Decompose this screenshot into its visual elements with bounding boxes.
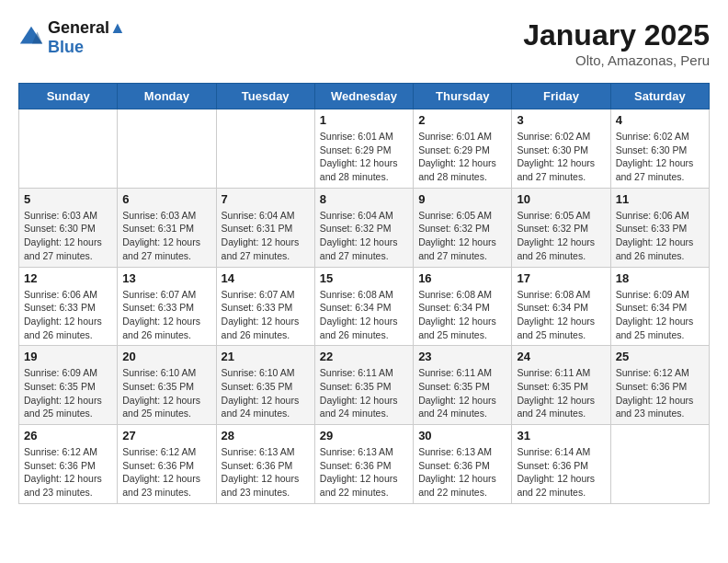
day-number: 28 bbox=[222, 429, 310, 442]
day-info: Sunrise: 6:05 AM Sunset: 6:32 PM Dayligh… bbox=[517, 209, 605, 263]
week-row-5: 26Sunrise: 6:12 AM Sunset: 6:36 PM Dayli… bbox=[19, 425, 710, 504]
weekday-header-row: Sunday Monday Tuesday Wednesday Thursday… bbox=[19, 84, 710, 109]
day-number: 30 bbox=[418, 429, 506, 442]
title-block: January 2025 Olto, Amazonas, Peru bbox=[523, 18, 710, 68]
day-number: 21 bbox=[222, 350, 310, 363]
logo-text: General▲ Blue bbox=[48, 18, 126, 57]
calendar-cell: 19Sunrise: 6:09 AM Sunset: 6:35 PM Dayli… bbox=[19, 346, 118, 425]
calendar-cell: 5Sunrise: 6:03 AM Sunset: 6:30 PM Daylig… bbox=[19, 188, 118, 267]
day-number: 11 bbox=[616, 192, 704, 206]
day-number: 8 bbox=[320, 192, 408, 206]
day-info: Sunrise: 6:13 AM Sunset: 6:36 PM Dayligh… bbox=[320, 445, 408, 500]
col-thursday: Thursday bbox=[414, 84, 512, 109]
calendar-cell: 27Sunrise: 6:12 AM Sunset: 6:36 PM Dayli… bbox=[118, 425, 216, 504]
calendar-cell: 28Sunrise: 6:13 AM Sunset: 6:36 PM Dayli… bbox=[216, 425, 314, 504]
day-info: Sunrise: 6:07 AM Sunset: 6:33 PM Dayligh… bbox=[222, 288, 310, 342]
calendar-cell: 10Sunrise: 6:05 AM Sunset: 6:32 PM Dayli… bbox=[512, 188, 610, 267]
day-info: Sunrise: 6:12 AM Sunset: 6:36 PM Dayligh… bbox=[616, 366, 704, 420]
day-number: 10 bbox=[517, 192, 605, 206]
calendar-cell: 13Sunrise: 6:07 AM Sunset: 6:33 PM Dayli… bbox=[118, 267, 216, 346]
day-number: 2 bbox=[418, 113, 506, 127]
day-info: Sunrise: 6:06 AM Sunset: 6:33 PM Dayligh… bbox=[24, 288, 112, 342]
calendar-cell: 31Sunrise: 6:14 AM Sunset: 6:36 PM Dayli… bbox=[512, 425, 610, 504]
calendar-cell: 17Sunrise: 6:08 AM Sunset: 6:34 PM Dayli… bbox=[512, 267, 610, 346]
calendar-cell bbox=[19, 109, 118, 189]
page-header: General▲ Blue January 2025 Olto, Amazona… bbox=[18, 18, 710, 68]
logo: General▲ Blue bbox=[18, 18, 126, 57]
day-info: Sunrise: 6:14 AM Sunset: 6:36 PM Dayligh… bbox=[517, 445, 605, 500]
calendar-cell: 23Sunrise: 6:11 AM Sunset: 6:35 PM Dayli… bbox=[414, 346, 512, 425]
calendar-cell: 22Sunrise: 6:11 AM Sunset: 6:35 PM Dayli… bbox=[314, 346, 413, 425]
calendar-cell: 14Sunrise: 6:07 AM Sunset: 6:33 PM Dayli… bbox=[216, 267, 314, 346]
week-row-3: 12Sunrise: 6:06 AM Sunset: 6:33 PM Dayli… bbox=[19, 267, 710, 346]
day-number: 22 bbox=[320, 350, 408, 363]
day-info: Sunrise: 6:10 AM Sunset: 6:35 PM Dayligh… bbox=[122, 366, 210, 420]
day-number: 23 bbox=[418, 350, 506, 363]
day-number: 13 bbox=[122, 271, 210, 285]
day-info: Sunrise: 6:08 AM Sunset: 6:34 PM Dayligh… bbox=[517, 288, 605, 342]
day-info: Sunrise: 6:04 AM Sunset: 6:32 PM Dayligh… bbox=[320, 209, 408, 263]
calendar-cell: 9Sunrise: 6:05 AM Sunset: 6:32 PM Daylig… bbox=[414, 188, 512, 267]
day-number: 25 bbox=[616, 350, 704, 363]
calendar-cell: 1Sunrise: 6:01 AM Sunset: 6:29 PM Daylig… bbox=[314, 109, 413, 189]
day-info: Sunrise: 6:08 AM Sunset: 6:34 PM Dayligh… bbox=[320, 288, 408, 342]
day-number: 27 bbox=[122, 429, 210, 442]
day-info: Sunrise: 6:11 AM Sunset: 6:35 PM Dayligh… bbox=[320, 366, 408, 420]
day-number: 20 bbox=[122, 350, 210, 363]
day-info: Sunrise: 6:11 AM Sunset: 6:35 PM Dayligh… bbox=[418, 366, 506, 420]
col-saturday: Saturday bbox=[610, 84, 709, 109]
day-info: Sunrise: 6:03 AM Sunset: 6:30 PM Dayligh… bbox=[24, 209, 112, 263]
calendar-cell bbox=[118, 109, 216, 189]
calendar-cell: 30Sunrise: 6:13 AM Sunset: 6:36 PM Dayli… bbox=[414, 425, 512, 504]
day-number: 18 bbox=[616, 271, 704, 285]
day-number: 7 bbox=[222, 192, 310, 206]
day-info: Sunrise: 6:01 AM Sunset: 6:29 PM Dayligh… bbox=[320, 130, 408, 184]
day-number: 9 bbox=[418, 192, 506, 206]
month-title: January 2025 bbox=[523, 18, 710, 52]
day-info: Sunrise: 6:09 AM Sunset: 6:35 PM Dayligh… bbox=[24, 366, 112, 420]
day-number: 4 bbox=[616, 113, 704, 127]
calendar-cell: 20Sunrise: 6:10 AM Sunset: 6:35 PM Dayli… bbox=[118, 346, 216, 425]
calendar-cell bbox=[216, 109, 314, 189]
calendar-cell: 3Sunrise: 6:02 AM Sunset: 6:30 PM Daylig… bbox=[512, 109, 610, 189]
day-info: Sunrise: 6:02 AM Sunset: 6:30 PM Dayligh… bbox=[517, 130, 605, 184]
col-wednesday: Wednesday bbox=[314, 84, 413, 109]
day-number: 17 bbox=[517, 271, 605, 285]
col-monday: Monday bbox=[118, 84, 216, 109]
day-number: 3 bbox=[517, 113, 605, 127]
calendar-cell: 29Sunrise: 6:13 AM Sunset: 6:36 PM Dayli… bbox=[314, 425, 413, 504]
calendar-cell: 16Sunrise: 6:08 AM Sunset: 6:34 PM Dayli… bbox=[414, 267, 512, 346]
calendar-cell: 25Sunrise: 6:12 AM Sunset: 6:36 PM Dayli… bbox=[610, 346, 709, 425]
calendar-cell: 7Sunrise: 6:04 AM Sunset: 6:31 PM Daylig… bbox=[216, 188, 314, 267]
calendar-cell bbox=[610, 425, 709, 504]
day-info: Sunrise: 6:01 AM Sunset: 6:29 PM Dayligh… bbox=[418, 130, 506, 184]
calendar-table: Sunday Monday Tuesday Wednesday Thursday… bbox=[18, 83, 710, 504]
day-info: Sunrise: 6:10 AM Sunset: 6:35 PM Dayligh… bbox=[222, 366, 310, 420]
week-row-1: 1Sunrise: 6:01 AM Sunset: 6:29 PM Daylig… bbox=[19, 109, 710, 189]
day-info: Sunrise: 6:11 AM Sunset: 6:35 PM Dayligh… bbox=[517, 366, 605, 420]
week-row-2: 5Sunrise: 6:03 AM Sunset: 6:30 PM Daylig… bbox=[19, 188, 710, 267]
day-info: Sunrise: 6:12 AM Sunset: 6:36 PM Dayligh… bbox=[122, 445, 210, 500]
day-info: Sunrise: 6:12 AM Sunset: 6:36 PM Dayligh… bbox=[24, 445, 112, 500]
day-number: 19 bbox=[24, 350, 112, 363]
day-number: 24 bbox=[517, 350, 605, 363]
day-number: 16 bbox=[418, 271, 506, 285]
day-number: 5 bbox=[24, 192, 112, 206]
day-number: 15 bbox=[320, 271, 408, 285]
day-info: Sunrise: 6:07 AM Sunset: 6:33 PM Dayligh… bbox=[122, 288, 210, 342]
calendar-cell: 26Sunrise: 6:12 AM Sunset: 6:36 PM Dayli… bbox=[19, 425, 118, 504]
day-info: Sunrise: 6:05 AM Sunset: 6:32 PM Dayligh… bbox=[418, 209, 506, 263]
calendar-cell: 24Sunrise: 6:11 AM Sunset: 6:35 PM Dayli… bbox=[512, 346, 610, 425]
day-info: Sunrise: 6:06 AM Sunset: 6:33 PM Dayligh… bbox=[616, 209, 704, 263]
calendar-cell: 18Sunrise: 6:09 AM Sunset: 6:34 PM Dayli… bbox=[610, 267, 709, 346]
calendar-cell: 11Sunrise: 6:06 AM Sunset: 6:33 PM Dayli… bbox=[610, 188, 709, 267]
calendar-cell: 15Sunrise: 6:08 AM Sunset: 6:34 PM Dayli… bbox=[314, 267, 413, 346]
logo-icon bbox=[18, 25, 44, 51]
day-info: Sunrise: 6:13 AM Sunset: 6:36 PM Dayligh… bbox=[418, 445, 506, 500]
col-sunday: Sunday bbox=[19, 84, 118, 109]
day-info: Sunrise: 6:09 AM Sunset: 6:34 PM Dayligh… bbox=[616, 288, 704, 342]
col-friday: Friday bbox=[512, 84, 610, 109]
day-info: Sunrise: 6:02 AM Sunset: 6:30 PM Dayligh… bbox=[616, 130, 704, 184]
day-number: 31 bbox=[517, 429, 605, 442]
day-number: 29 bbox=[320, 429, 408, 442]
